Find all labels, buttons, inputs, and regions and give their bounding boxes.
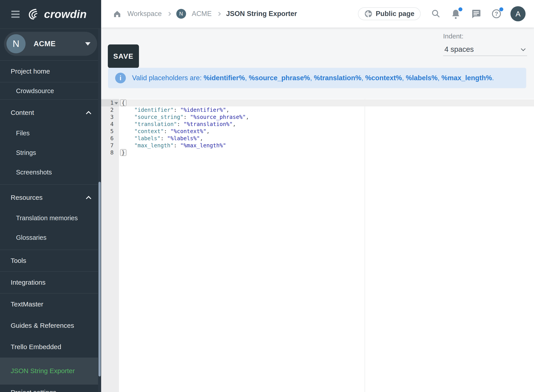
crowdin-logo[interactable]: crowdin [28,8,87,21]
fold-toggle-icon[interactable] [114,102,118,104]
code-token: "identifier" [134,107,174,113]
breadcrumb-project-avatar[interactable]: N [176,9,186,19]
sidebar-item-resources[interactable]: Resources [0,187,101,208]
banner-segment: , [437,74,441,82]
search-button[interactable] [431,9,441,19]
sidebar-item-label: Integrations [11,279,92,286]
sidebar-item-trello-embedded[interactable]: Trello Embedded [0,336,101,358]
code-token: : [183,114,190,120]
sidebar-scrollbar-thumb[interactable] [98,182,101,376]
sidebar-item-glossaries[interactable]: Glossaries [0,228,101,247]
editor-gutter: 12345678 [101,99,119,392]
line-number: 1 [101,99,119,107]
banner-segment: , [402,74,406,82]
home-icon[interactable] [113,9,122,18]
sidebar-item-textmaster[interactable]: TextMaster [0,294,101,315]
sidebar-item-project-settings[interactable]: Project settings [0,385,101,392]
indent-control: Indent: 4 spaces [443,33,527,56]
banner-text: Valid placeholders are: %identifier%, %s… [132,74,494,82]
indent-select[interactable]: 4 spaces [443,43,527,56]
banner-segment: . [492,74,494,82]
search-icon [431,9,441,19]
placeholder-token: %source_phrase% [249,74,310,82]
placeholder-token: %translation% [314,74,361,82]
messages-button[interactable] [471,9,481,19]
save-button[interactable]: SAVE [108,44,139,68]
code-token: : [174,142,180,149]
editor-code[interactable]: { "identifier": "%identifier%", "source_… [119,99,534,392]
sidebar-header: crowdin [0,0,101,29]
info-banner: i Valid placeholders are: %identifier%, … [108,68,526,88]
sidebar-item-content[interactable]: Content [0,102,101,123]
breadcrumb-workspace[interactable]: Workspace [127,10,162,18]
notification-badge [459,7,462,11]
project-avatar: N [6,34,26,53]
code-token: : [174,107,180,113]
user-avatar[interactable]: A [511,6,525,21]
code-token: "%context%" [170,128,206,135]
code-token: , [206,128,210,135]
sidebar-item-translation-memories[interactable]: Translation memories [0,208,101,228]
notifications-button[interactable] [451,9,461,19]
sidebar-item-label: Resources [11,194,87,201]
sidebar-item-label: Files [16,130,92,137]
code-line[interactable]: "max_length": "%max_length%" [119,142,534,149]
sidebar-item-files[interactable]: Files [0,123,101,143]
sidebar-item-tools[interactable]: Tools [0,250,101,271]
matched-brace: } [120,149,126,156]
main-content: SAVE Indent: 4 spaces i Valid placeholde… [101,28,534,392]
code-token: "%labels%" [167,135,200,142]
sidebar-item-label: Crowdsource [16,87,92,95]
code-line[interactable]: "context": "%context%", [119,128,534,135]
sidebar-item-guides-references[interactable]: Guides & References [0,315,101,336]
line-number: 6 [101,135,119,142]
code-line[interactable]: "translation": "%translation%", [119,121,534,128]
line-number: 8 [101,149,119,156]
code-token: "%max_length%" [180,142,226,149]
sidebar-item-crowdsource[interactable]: Crowdsource [0,82,101,99]
sidebar-nav: Project homeCrowdsourceContentFilesStrin… [0,60,101,392]
code-line[interactable]: { [119,99,534,107]
code-token: : [164,128,170,135]
line-number: 2 [101,107,119,114]
code-token: "labels" [134,135,160,142]
code-line[interactable]: "source_string": "%source_phrase%", [119,114,534,121]
code-token [121,107,134,113]
sidebar-item-screenshots[interactable]: Screenshots [0,163,101,182]
sidebar-item-label: Glossaries [16,234,92,241]
sidebar-item-label: TextMaster [11,300,92,308]
topbar: Workspace N ACME JSON String Exporter Pu… [101,0,534,28]
banner-segment: , [245,74,249,82]
banner-segment: Valid placeholders are: [132,74,204,82]
hamburger-menu-icon[interactable] [11,11,19,18]
code-line[interactable]: "identifier": "%identifier%", [119,107,534,114]
code-token: , [233,121,236,127]
chevron-down-icon [85,42,90,46]
sidebar-item-json-string-exporter[interactable]: JSON String Exporter [0,358,101,384]
chevron-right-icon [167,12,171,16]
public-page-button[interactable]: Public page [358,7,421,20]
breadcrumb-project[interactable]: ACME [192,10,212,18]
help-badge [499,7,503,11]
sidebar: crowdin N ACME Project homeCrowdsourceCo… [0,0,101,392]
code-line[interactable]: "labels": "%labels%", [119,135,534,142]
code-line[interactable]: } [119,149,534,156]
sidebar-item-integrations[interactable]: Integrations [0,272,101,293]
code-token [121,121,134,127]
sidebar-item-label: Screenshots [16,169,92,176]
sidebar-item-label: Project settings [11,389,92,392]
help-button[interactable]: ? [491,9,501,19]
globe-icon [364,9,373,18]
code-token: "max_length" [134,142,174,149]
chevron-up-icon [86,111,91,116]
sidebar-item-project-home[interactable]: Project home [0,61,101,82]
sidebar-item-label: JSON String Exporter [11,367,92,375]
project-switcher[interactable]: N ACME [4,32,97,56]
code-token: "translation" [134,121,177,127]
code-editor[interactable]: 12345678 { "identifier": "%identifier%",… [101,99,534,392]
code-token: "%translation%" [183,121,233,127]
code-token: : [177,121,184,127]
sidebar-item-strings[interactable]: Strings [0,143,101,163]
sidebar-item-label: Tools [11,257,92,264]
matched-brace: { [120,99,126,106]
